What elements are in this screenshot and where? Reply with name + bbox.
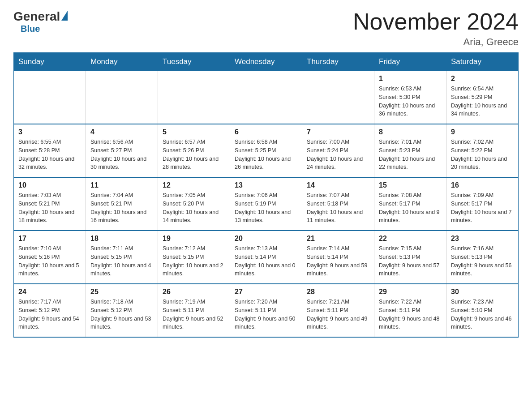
day-number: 20 xyxy=(235,235,297,243)
day-detail: Sunrise: 7:07 AM Sunset: 5:18 PM Dayligh… xyxy=(307,191,369,225)
day-cell: 18Sunrise: 7:11 AM Sunset: 5:15 PM Dayli… xyxy=(86,231,158,284)
day-cell: 7Sunrise: 7:00 AM Sunset: 5:24 PM Daylig… xyxy=(302,124,374,177)
week-row-3: 17Sunrise: 7:10 AM Sunset: 5:16 PM Dayli… xyxy=(14,231,519,284)
day-header-monday: Monday xyxy=(86,53,158,71)
day-number: 7 xyxy=(307,128,369,136)
title-area: November 2024 Aria, Greece xyxy=(353,9,519,48)
header: General Blue November 2024 Aria, Greece xyxy=(13,9,519,48)
day-detail: Sunrise: 7:22 AM Sunset: 5:11 PM Dayligh… xyxy=(379,298,442,331)
day-cell: 16Sunrise: 7:09 AM Sunset: 5:17 PM Dayli… xyxy=(446,177,519,231)
day-header-thursday: Thursday xyxy=(302,53,374,71)
day-number: 10 xyxy=(18,181,81,189)
day-number: 14 xyxy=(307,181,369,189)
day-cell xyxy=(86,71,158,124)
day-number: 23 xyxy=(451,235,514,243)
day-number: 9 xyxy=(451,128,514,136)
day-cell: 14Sunrise: 7:07 AM Sunset: 5:18 PM Dayli… xyxy=(302,177,374,231)
logo-triangle-icon xyxy=(61,11,68,21)
day-cell: 17Sunrise: 7:10 AM Sunset: 5:16 PM Dayli… xyxy=(14,231,86,284)
day-cell: 4Sunrise: 6:56 AM Sunset: 5:27 PM Daylig… xyxy=(86,124,158,177)
day-detail: Sunrise: 7:09 AM Sunset: 5:17 PM Dayligh… xyxy=(451,191,514,225)
day-number: 19 xyxy=(163,235,225,243)
day-cell: 6Sunrise: 6:58 AM Sunset: 5:25 PM Daylig… xyxy=(230,124,302,177)
day-number: 15 xyxy=(379,181,442,189)
week-row-1: 3Sunrise: 6:55 AM Sunset: 5:28 PM Daylig… xyxy=(14,124,519,177)
day-detail: Sunrise: 7:14 AM Sunset: 5:14 PM Dayligh… xyxy=(307,244,369,278)
day-cell: 1Sunrise: 6:53 AM Sunset: 5:30 PM Daylig… xyxy=(374,71,446,124)
day-number: 2 xyxy=(451,75,514,83)
day-detail: Sunrise: 7:06 AM Sunset: 5:19 PM Dayligh… xyxy=(235,191,297,225)
day-header-tuesday: Tuesday xyxy=(158,53,230,71)
day-cell: 8Sunrise: 7:01 AM Sunset: 5:23 PM Daylig… xyxy=(374,124,446,177)
day-cell: 26Sunrise: 7:19 AM Sunset: 5:11 PM Dayli… xyxy=(158,284,230,337)
day-cell: 2Sunrise: 6:54 AM Sunset: 5:29 PM Daylig… xyxy=(446,71,519,124)
day-cell xyxy=(230,71,302,124)
day-cell: 30Sunrise: 7:23 AM Sunset: 5:10 PM Dayli… xyxy=(446,284,519,337)
day-detail: Sunrise: 7:05 AM Sunset: 5:20 PM Dayligh… xyxy=(163,191,225,225)
day-number: 11 xyxy=(90,181,153,189)
day-number: 24 xyxy=(18,288,81,296)
day-cell: 10Sunrise: 7:03 AM Sunset: 5:21 PM Dayli… xyxy=(14,177,86,231)
week-row-0: 1Sunrise: 6:53 AM Sunset: 5:30 PM Daylig… xyxy=(14,71,519,124)
day-number: 1 xyxy=(379,75,442,83)
day-detail: Sunrise: 7:01 AM Sunset: 5:23 PM Dayligh… xyxy=(379,138,442,171)
day-header-sunday: Sunday xyxy=(14,53,86,71)
day-number: 30 xyxy=(451,288,514,296)
logo-general-text: General xyxy=(13,9,60,24)
day-cell: 9Sunrise: 7:02 AM Sunset: 5:22 PM Daylig… xyxy=(446,124,519,177)
day-number: 22 xyxy=(379,235,442,243)
day-header-wednesday: Wednesday xyxy=(230,53,302,71)
day-number: 12 xyxy=(163,181,225,189)
day-detail: Sunrise: 7:17 AM Sunset: 5:12 PM Dayligh… xyxy=(18,298,81,331)
day-header-row: SundayMondayTuesdayWednesdayThursdayFrid… xyxy=(14,53,519,71)
day-cell: 28Sunrise: 7:21 AM Sunset: 5:11 PM Dayli… xyxy=(302,284,374,337)
day-detail: Sunrise: 7:10 AM Sunset: 5:16 PM Dayligh… xyxy=(18,244,81,278)
day-number: 16 xyxy=(451,181,514,189)
day-detail: Sunrise: 7:03 AM Sunset: 5:21 PM Dayligh… xyxy=(18,191,81,225)
day-cell: 3Sunrise: 6:55 AM Sunset: 5:28 PM Daylig… xyxy=(14,124,86,177)
day-number: 18 xyxy=(90,235,153,243)
day-cell: 24Sunrise: 7:17 AM Sunset: 5:12 PM Dayli… xyxy=(14,284,86,337)
day-detail: Sunrise: 7:02 AM Sunset: 5:22 PM Dayligh… xyxy=(451,138,514,171)
day-detail: Sunrise: 7:18 AM Sunset: 5:12 PM Dayligh… xyxy=(90,298,153,331)
day-cell xyxy=(158,71,230,124)
day-detail: Sunrise: 6:53 AM Sunset: 5:30 PM Dayligh… xyxy=(379,85,442,118)
day-detail: Sunrise: 7:13 AM Sunset: 5:14 PM Dayligh… xyxy=(235,244,297,278)
day-detail: Sunrise: 7:08 AM Sunset: 5:17 PM Dayligh… xyxy=(379,191,442,225)
logo-blue-text: Blue xyxy=(21,24,40,34)
day-cell: 12Sunrise: 7:05 AM Sunset: 5:20 PM Dayli… xyxy=(158,177,230,231)
day-cell: 20Sunrise: 7:13 AM Sunset: 5:14 PM Dayli… xyxy=(230,231,302,284)
day-cell: 22Sunrise: 7:15 AM Sunset: 5:13 PM Dayli… xyxy=(374,231,446,284)
day-detail: Sunrise: 7:19 AM Sunset: 5:11 PM Dayligh… xyxy=(163,298,225,331)
day-number: 27 xyxy=(235,288,297,296)
day-cell: 29Sunrise: 7:22 AM Sunset: 5:11 PM Dayli… xyxy=(374,284,446,337)
day-detail: Sunrise: 7:11 AM Sunset: 5:15 PM Dayligh… xyxy=(90,244,153,278)
day-number: 17 xyxy=(18,235,81,243)
day-detail: Sunrise: 7:00 AM Sunset: 5:24 PM Dayligh… xyxy=(307,138,369,171)
month-title: November 2024 xyxy=(353,9,519,34)
day-cell: 5Sunrise: 6:57 AM Sunset: 5:26 PM Daylig… xyxy=(158,124,230,177)
day-detail: Sunrise: 6:54 AM Sunset: 5:29 PM Dayligh… xyxy=(451,85,514,118)
day-cell: 13Sunrise: 7:06 AM Sunset: 5:19 PM Dayli… xyxy=(230,177,302,231)
day-detail: Sunrise: 6:57 AM Sunset: 5:26 PM Dayligh… xyxy=(163,138,225,171)
day-number: 29 xyxy=(379,288,442,296)
day-number: 13 xyxy=(235,181,297,189)
week-row-4: 24Sunrise: 7:17 AM Sunset: 5:12 PM Dayli… xyxy=(14,284,519,337)
day-cell: 15Sunrise: 7:08 AM Sunset: 5:17 PM Dayli… xyxy=(374,177,446,231)
day-number: 8 xyxy=(379,128,442,136)
day-detail: Sunrise: 6:56 AM Sunset: 5:27 PM Dayligh… xyxy=(90,138,153,171)
day-cell: 23Sunrise: 7:16 AM Sunset: 5:13 PM Dayli… xyxy=(446,231,519,284)
day-header-friday: Friday xyxy=(374,53,446,71)
day-detail: Sunrise: 7:15 AM Sunset: 5:13 PM Dayligh… xyxy=(379,244,442,278)
day-cell: 19Sunrise: 7:12 AM Sunset: 5:15 PM Dayli… xyxy=(158,231,230,284)
day-detail: Sunrise: 7:04 AM Sunset: 5:21 PM Dayligh… xyxy=(90,191,153,225)
day-detail: Sunrise: 7:21 AM Sunset: 5:11 PM Dayligh… xyxy=(307,298,369,331)
day-number: 5 xyxy=(163,128,225,136)
day-cell: 11Sunrise: 7:04 AM Sunset: 5:21 PM Dayli… xyxy=(86,177,158,231)
day-number: 26 xyxy=(163,288,225,296)
day-cell: 25Sunrise: 7:18 AM Sunset: 5:12 PM Dayli… xyxy=(86,284,158,337)
day-detail: Sunrise: 7:23 AM Sunset: 5:10 PM Dayligh… xyxy=(451,298,514,331)
logo-area: General Blue xyxy=(13,9,68,34)
day-number: 6 xyxy=(235,128,297,136)
day-cell: 27Sunrise: 7:20 AM Sunset: 5:11 PM Dayli… xyxy=(230,284,302,337)
